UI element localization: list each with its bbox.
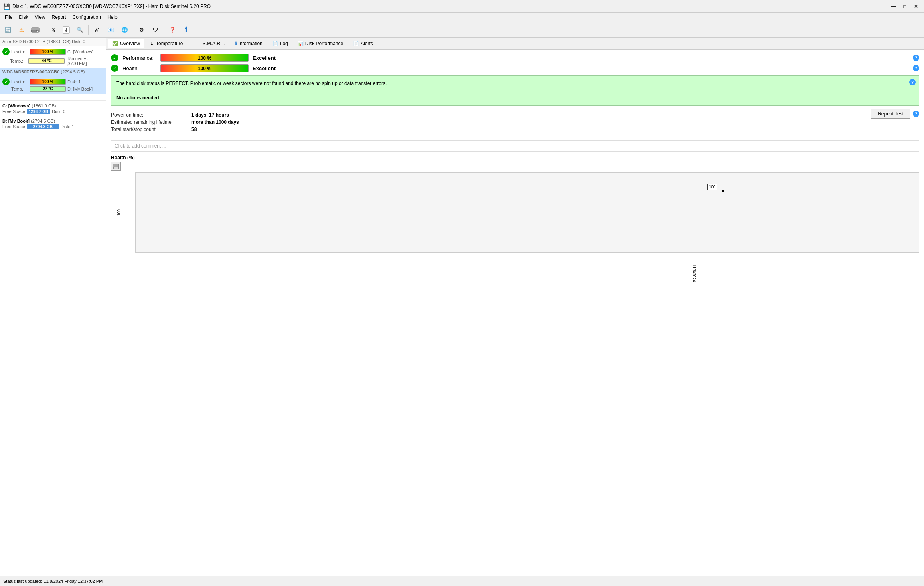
power-on-label: Power on time: bbox=[111, 112, 191, 118]
menu-view[interactable]: View bbox=[32, 14, 49, 21]
info-repeat-container: Power on time: 1 days, 17 hours Estimate… bbox=[111, 109, 919, 137]
disk1-health-row: ✓ Health: 100 % C: [Windows], bbox=[2, 48, 103, 55]
send-button[interactable]: 📧 bbox=[104, 24, 117, 36]
tab-log-label: Log bbox=[280, 41, 288, 46]
start-stop-value: 58 bbox=[191, 127, 197, 132]
globe-button[interactable]: 🌐 bbox=[118, 24, 131, 36]
close-button[interactable]: ✕ bbox=[911, 2, 921, 10]
disk1-header[interactable]: Acer SSD N7000 2TB (1863.0 GB) Disk: 0 bbox=[0, 38, 106, 46]
tab-temperature[interactable]: 🌡 Temperature bbox=[145, 39, 187, 48]
performance-check-icon: ✓ bbox=[111, 54, 118, 61]
volumes-section: C: [Windows] (1861.9 GB) Free Space 1293… bbox=[0, 100, 106, 133]
repeat-help-icon[interactable]: ? bbox=[913, 111, 919, 117]
title-bar: 💾 Disk: 1, WDC WD30EZRZ-00GXCB0 [WD-WCC7… bbox=[0, 0, 924, 13]
lifetime-row: Estimated remaining lifetime: more than … bbox=[111, 119, 239, 125]
title-bar-controls: — □ ✕ bbox=[889, 2, 921, 10]
status-bar-text: Status last updated: 11/8/2024 Friday 12… bbox=[3, 579, 103, 584]
disk1-health-percent: 100 % bbox=[30, 49, 66, 55]
tab-alerts[interactable]: 📄 Alerts bbox=[349, 39, 377, 48]
maximize-button[interactable]: □ bbox=[900, 2, 910, 10]
volume-c-free-bar: 1293.7 GB bbox=[27, 109, 50, 114]
print-button[interactable]: 🖨 bbox=[46, 24, 59, 36]
status-box: The hard disk status is PERFECT. Problem… bbox=[111, 75, 919, 106]
chart-data-point: 100 bbox=[707, 184, 717, 190]
disk1-temp-label: Temp.: bbox=[10, 59, 27, 63]
volume-c-size: (1861.9 GB) bbox=[32, 103, 56, 108]
volume-c-free-value: 1293.7 GB bbox=[29, 109, 48, 114]
health-bar: 100 % bbox=[160, 64, 249, 72]
menu-bar: File Disk View Report Configuration Help bbox=[0, 13, 924, 22]
disk2-temp-label: Temp.: bbox=[11, 87, 28, 91]
performance-status: Excellent bbox=[253, 55, 276, 61]
chart-save-button[interactable] bbox=[111, 162, 121, 171]
health-help-icon[interactable]: ? bbox=[913, 65, 919, 71]
chart-title: Health (%) bbox=[111, 155, 919, 160]
volume-d-name: D: [My Book] bbox=[2, 119, 30, 123]
menu-configuration[interactable]: Configuration bbox=[69, 14, 104, 21]
menu-disk[interactable]: Disk bbox=[16, 14, 31, 21]
disk2-health-row: ✓ Health: 100 % Disk: 1 bbox=[2, 78, 103, 85]
disk2-temp-value: 27 °C bbox=[30, 86, 66, 92]
menu-report[interactable]: Report bbox=[48, 14, 69, 21]
chart-dashed-line bbox=[136, 189, 919, 189]
content-area: ✓ Performance: 100 % Excellent ? ✓ Healt… bbox=[106, 50, 924, 576]
tab-overview[interactable]: ✅ Overview bbox=[108, 39, 144, 48]
app-icon: 💾 bbox=[3, 3, 10, 10]
disk2-temp-row: Temp.: 27 °C D: [My Book] bbox=[2, 86, 103, 92]
health-row: ✓ Health: 100 % Excellent ? bbox=[111, 64, 919, 72]
tab-disk-performance-label: Disk Performance bbox=[305, 41, 343, 46]
printer2-button[interactable]: 🖨 bbox=[91, 24, 103, 36]
hdd-button[interactable] bbox=[29, 24, 42, 36]
performance-label: Performance: bbox=[122, 55, 156, 61]
refresh-button[interactable]: 🔄 bbox=[2, 24, 14, 36]
chart-dot bbox=[722, 190, 724, 192]
minimize-button[interactable]: — bbox=[889, 2, 898, 10]
tab-info-icon: ℹ bbox=[235, 41, 237, 46]
menu-file[interactable]: File bbox=[2, 14, 16, 21]
main-container: Acer SSD N7000 2TB (1863.0 GB) Disk: 0 ✓… bbox=[0, 38, 924, 576]
performance-help-icon[interactable]: ? bbox=[913, 55, 919, 61]
repeat-test-button[interactable]: Repeat Test bbox=[871, 109, 910, 119]
chart-date-label: 11/8/2024 bbox=[692, 264, 696, 282]
tab-log[interactable]: 📄 Log bbox=[268, 39, 292, 48]
warning-button[interactable]: ⚠ bbox=[15, 24, 28, 36]
export-button[interactable] bbox=[60, 24, 73, 36]
menu-help[interactable]: Help bbox=[104, 14, 121, 21]
tab-smart-icon: —— bbox=[192, 41, 201, 46]
comment-area[interactable]: Click to add comment ... bbox=[111, 140, 919, 152]
tab-disk-performance[interactable]: 📊 Disk Performance bbox=[293, 39, 348, 48]
tab-smart-label: S.M.A.R.T. bbox=[202, 41, 225, 46]
health-percent: 100 % bbox=[161, 65, 248, 73]
disk1-temp-row: Temp.: 44 °C [Recovery], [SYSTEM] bbox=[2, 56, 103, 66]
disk2-size: (2794.5 GB) bbox=[61, 69, 85, 74]
tab-overview-icon: ✅ bbox=[112, 41, 118, 46]
help-button[interactable]: ❓ bbox=[166, 24, 179, 36]
volume-d-free-row: Free Space 2794.3 GB Disk: 1 bbox=[2, 124, 103, 129]
status-bar: Status last updated: 11/8/2024 Friday 12… bbox=[0, 576, 924, 586]
lifetime-value: more than 1000 days bbox=[191, 119, 239, 125]
info-button[interactable]: ℹ bbox=[180, 24, 192, 36]
svg-rect-7 bbox=[114, 167, 118, 169]
disk1-num: Disk: 0 bbox=[72, 39, 85, 44]
volume-d: D: [My Book] (2794.5 GB) Free Space 2794… bbox=[2, 118, 103, 129]
config-button[interactable]: ⚙ bbox=[135, 24, 148, 36]
toolbar: 🔄 ⚠ 🖨 🔍 🖨 📧 🌐 ⚙ 🛡 ❓ ℹ bbox=[0, 22, 924, 38]
scan-button[interactable]: 🔍 bbox=[73, 24, 86, 36]
performance-bar: 100 % bbox=[160, 54, 249, 62]
disk1-health-label: Health: bbox=[11, 49, 28, 54]
volume-c-free-label: Free Space bbox=[2, 109, 25, 114]
info-section: Power on time: 1 days, 17 hours Estimate… bbox=[111, 112, 239, 134]
tab-overview-label: Overview bbox=[120, 41, 140, 46]
health-check-icon: ✓ bbox=[111, 65, 118, 72]
tab-smart[interactable]: —— S.M.A.R.T. bbox=[188, 39, 229, 48]
left-panel: Acer SSD N7000 2TB (1863.0 GB) Disk: 0 ✓… bbox=[0, 38, 106, 576]
tab-log-icon: 📄 bbox=[272, 41, 278, 46]
window-title: Disk: 1, WDC WD30EZRZ-00GXCB0 [WD-WCC7K6… bbox=[12, 4, 211, 9]
tabs-bar: ✅ Overview 🌡 Temperature —— S.M.A.R.T. ℹ… bbox=[106, 38, 924, 50]
tab-information[interactable]: ℹ Information bbox=[231, 39, 267, 48]
volume-c-disk-ref: Disk: 0 bbox=[52, 109, 65, 114]
status-help-icon[interactable]: ? bbox=[909, 79, 916, 85]
disk2-health-bar: 100 % bbox=[30, 79, 66, 85]
shield-button[interactable]: 🛡 bbox=[149, 24, 162, 36]
disk2-header[interactable]: WDC WD30EZRZ-00GXCB0 (2794.5 GB) bbox=[0, 68, 106, 76]
